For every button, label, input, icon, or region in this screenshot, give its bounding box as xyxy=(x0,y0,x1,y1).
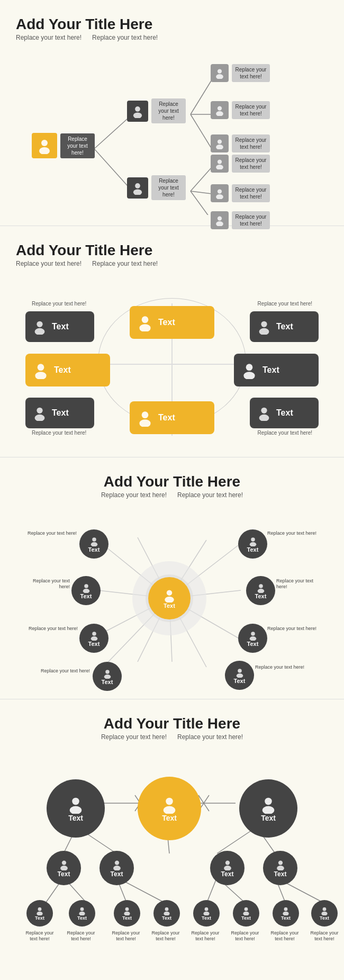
subtitle-3: Replace your text here! Replace your tex… xyxy=(16,491,328,499)
subtitle-1: Replace your text here! Replace your tex… xyxy=(16,34,328,41)
radial-node-mr: Text xyxy=(246,576,275,605)
svg-point-42 xyxy=(261,408,267,413)
svg-point-117 xyxy=(245,907,248,911)
svg-point-57 xyxy=(165,597,174,603)
svg-point-102 xyxy=(113,866,121,870)
svg-point-29 xyxy=(35,328,45,335)
svg-point-8 xyxy=(41,140,48,146)
bottom-node-8: Text xyxy=(311,900,338,927)
bottom-node-7: Text xyxy=(273,900,299,927)
svg-point-70 xyxy=(251,632,255,636)
svg-point-110 xyxy=(79,912,85,915)
svg-point-14 xyxy=(218,69,222,73)
svg-point-103 xyxy=(225,860,229,865)
mid-node-1: Text xyxy=(47,851,81,885)
svg-point-108 xyxy=(37,912,42,915)
section-2: Add Your Title Here Replace your text he… xyxy=(0,226,344,457)
svg-point-69 xyxy=(257,588,264,592)
svg-point-96 xyxy=(164,806,176,814)
svg-point-107 xyxy=(38,907,42,911)
mid-node-3: Text xyxy=(210,851,245,885)
svg-point-21 xyxy=(216,165,223,169)
svg-point-20 xyxy=(218,159,222,164)
svg-point-56 xyxy=(167,590,173,596)
radial-label-tr1: Replace your text here! xyxy=(267,531,318,536)
leaf3-icon xyxy=(211,134,229,152)
title-4: Add Your Title Here xyxy=(16,715,328,732)
bottom-label-3: Replace your text here! xyxy=(108,930,143,942)
svg-point-68 xyxy=(259,584,263,588)
svg-point-60 xyxy=(84,584,88,588)
svg-point-65 xyxy=(104,674,111,678)
svg-point-43 xyxy=(259,415,269,421)
person-svg xyxy=(256,405,272,421)
svg-point-116 xyxy=(203,912,209,915)
leaf-node-2: Replace your text here! xyxy=(211,101,270,119)
root-node: Replace your text here! xyxy=(32,133,95,158)
svg-point-111 xyxy=(125,907,129,911)
bottom-label-4: Replace your text here! xyxy=(148,930,183,942)
svg-point-72 xyxy=(238,669,242,673)
svg-point-35 xyxy=(35,372,46,379)
bottom-label-5: Replace your text here! xyxy=(188,930,223,942)
bottom-label-8: Replace your text here! xyxy=(307,930,342,942)
title-1: Add Your Title Here xyxy=(16,16,328,33)
radial-label-mr: Replace your text here! xyxy=(276,578,318,590)
svg-point-106 xyxy=(277,866,284,870)
svg-line-2 xyxy=(191,80,212,114)
leaf4-icon xyxy=(211,155,229,173)
top-node-left: Text xyxy=(47,779,105,838)
note-bottom-right: Replace your text here! xyxy=(258,430,312,436)
svg-point-119 xyxy=(284,907,288,911)
leaf4-label: Replace your text here! xyxy=(232,155,270,173)
radial-label-tl1: Replace your text here! xyxy=(26,531,77,536)
svg-point-9 xyxy=(39,147,50,154)
subtitle-2: Replace your text here! Replace your tex… xyxy=(16,260,328,267)
svg-point-34 xyxy=(38,364,44,371)
note-top-left: Replace your text here! xyxy=(32,301,86,307)
bottom-label-1: Replace your text here! xyxy=(22,930,57,942)
svg-point-13 xyxy=(133,189,142,195)
radial-center-node: Text xyxy=(148,577,191,619)
svg-point-41 xyxy=(139,419,150,427)
card-top-center: Text xyxy=(130,306,214,339)
svg-point-114 xyxy=(164,912,169,915)
person-svg xyxy=(32,319,48,335)
leaf1-icon xyxy=(211,64,229,82)
top-node-center: Text xyxy=(138,777,201,840)
card-top-right: Text xyxy=(250,311,319,342)
bottom-circle-diagram: Text Text Text Text xyxy=(16,750,328,967)
bottom-node-5: Text xyxy=(193,900,220,927)
svg-point-18 xyxy=(218,139,222,143)
leaf-node-1: Replace your text here! xyxy=(211,64,270,82)
branch1-label: Replace your text here! xyxy=(151,98,186,123)
leaf2-icon xyxy=(211,101,229,119)
radial-node-bl2: Text xyxy=(93,662,122,691)
svg-point-71 xyxy=(249,636,256,640)
leaf5-label: Replace your text here! xyxy=(232,184,270,202)
svg-point-94 xyxy=(70,806,82,814)
radial-label-br2: Replace your text here! xyxy=(255,664,318,670)
radial-node-br: Text xyxy=(238,624,267,653)
card-bottom-left: Text xyxy=(25,398,94,428)
mid-node-2: Text xyxy=(99,851,134,885)
bottom-label-2: Replace your text here! xyxy=(64,930,98,942)
section-3: Add Your Title Here Replace your text he… xyxy=(0,457,344,699)
top-node-right: Text xyxy=(239,779,297,838)
svg-point-64 xyxy=(105,670,110,674)
radial-node-tr1: Text xyxy=(238,529,267,559)
radial-label-bl2: Replace your text here! xyxy=(26,668,90,674)
svg-point-104 xyxy=(224,866,231,870)
svg-point-10 xyxy=(135,106,140,112)
leaf5-icon xyxy=(211,184,229,202)
person-svg xyxy=(32,405,48,421)
svg-point-67 xyxy=(249,542,256,546)
svg-point-118 xyxy=(243,912,249,915)
svg-point-97 xyxy=(265,798,272,805)
branch1-node: Replace your text here! xyxy=(127,98,186,123)
svg-point-62 xyxy=(92,632,96,636)
leaf6-label: Replace your text here! xyxy=(232,211,270,229)
svg-line-6 xyxy=(191,191,212,194)
mid-node-4: Text xyxy=(263,851,297,885)
svg-point-11 xyxy=(133,112,142,118)
